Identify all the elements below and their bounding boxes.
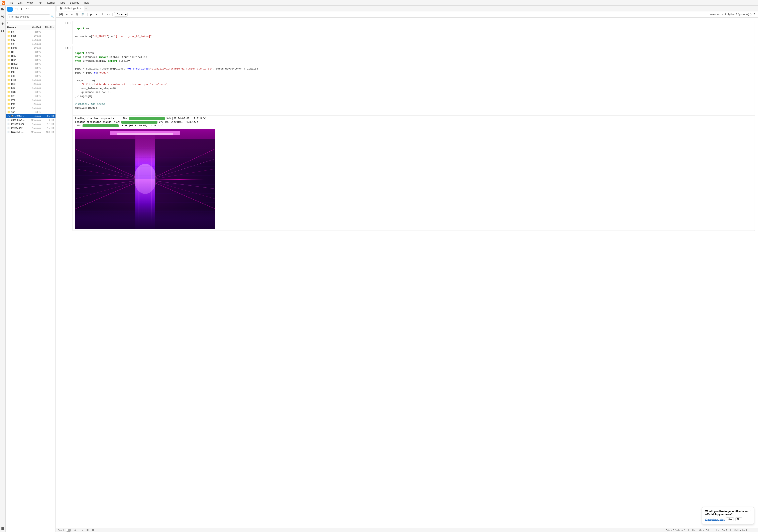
list-item[interactable]: 📄 mycert.pem 15m ago 1.4 KB bbox=[6, 122, 55, 126]
run-button[interactable]: ▶ bbox=[89, 12, 94, 17]
search-input[interactable] bbox=[7, 15, 50, 19]
list-item-selected[interactable]: ✓ ● 📓 Untitled.ipynb 1m ago 9.7 KB bbox=[6, 114, 55, 118]
progress-row-1: Loading pipeline components...: 100% 9/9… bbox=[75, 117, 752, 120]
restart-button[interactable]: ↺ bbox=[100, 12, 104, 17]
tab-add-button[interactable]: + bbox=[84, 6, 89, 11]
kernel-indicator: Python 3 (ipykernel) bbox=[728, 13, 752, 16]
privacy-policy-link[interactable]: Open privacy policy bbox=[705, 518, 725, 520]
cell-input-1[interactable]: import os os.environ["HF_TOKEN"] = "[ins… bbox=[73, 21, 755, 44]
svg-text:⬆: ⬆ bbox=[15, 8, 17, 10]
menu-edit[interactable]: Edit bbox=[17, 1, 23, 5]
cell-input-2[interactable]: import torch from diffusers import Stabl… bbox=[73, 46, 755, 116]
list-item[interactable]: 📁binlast yr. bbox=[6, 30, 55, 34]
kernel-menu-icon[interactable]: ☰ bbox=[753, 13, 756, 16]
list-item[interactable]: 📁usr15m ago bbox=[6, 106, 55, 110]
list-item[interactable]: 📁varlast yr. bbox=[6, 110, 55, 114]
list-item[interactable]: 📄 cuda-keyrin... 12mo ago 4.2 KB bbox=[6, 118, 55, 122]
menu-settings[interactable]: Settings bbox=[69, 1, 80, 5]
menu-help[interactable]: Help bbox=[83, 1, 90, 5]
cut-button[interactable]: ✂ bbox=[70, 12, 74, 17]
cell-gutter-2: [3]: bbox=[59, 46, 71, 231]
copy-button[interactable]: ⎘ bbox=[75, 12, 79, 17]
menu-run[interactable]: Run bbox=[36, 1, 44, 5]
file-panel: + + ⬆ ⬇ 🔍 / Name ▲ bbox=[6, 6, 56, 532]
list-item[interactable]: 📁proc15m ago bbox=[6, 78, 55, 82]
sidebar-list-icon[interactable] bbox=[1, 526, 5, 530]
list-item[interactable]: 📁dev15m ago bbox=[6, 38, 55, 42]
tab-bar: 📓 Untitled.ipynb ✕ + bbox=[56, 6, 758, 12]
folder-icon: 📁 bbox=[7, 111, 11, 114]
list-item[interactable]: 📁mntlast yr. bbox=[6, 70, 55, 74]
new-button[interactable]: + + bbox=[7, 7, 13, 12]
sidebar-folder-icon[interactable] bbox=[1, 7, 5, 11]
cell-number: 1 bbox=[79, 529, 83, 532]
generated-image bbox=[75, 129, 215, 229]
toolbar-separator-2 bbox=[112, 13, 113, 16]
list-item[interactable]: 📁tmp2m ago bbox=[6, 102, 55, 106]
list-item[interactable]: 📁lib64last yr. bbox=[6, 58, 55, 62]
notification-yes-button[interactable]: Yes bbox=[726, 517, 734, 521]
tab-untitled[interactable]: 📓 Untitled.ipynb ✕ bbox=[57, 6, 84, 11]
cell-body-2[interactable]: import torch from diffusers import Stabl… bbox=[73, 46, 755, 231]
list-item[interactable]: 📁etc15m ago bbox=[6, 42, 55, 46]
progress-bar-2 bbox=[121, 121, 157, 123]
download-button[interactable]: ⬇ bbox=[19, 7, 24, 12]
menu-file[interactable]: File bbox=[8, 1, 14, 5]
menu-bar: File Edit View Run Kernel Tabs Settings … bbox=[0, 0, 758, 6]
sidebar-puzzle-icon[interactable] bbox=[1, 29, 5, 33]
list-item[interactable]: 📁optlast yr. bbox=[6, 74, 55, 78]
list-item[interactable]: 📁liblast yr. bbox=[6, 50, 55, 54]
breadcrumb: / bbox=[6, 21, 55, 25]
menu-tabs[interactable]: Tabs bbox=[58, 1, 66, 5]
refresh-button[interactable] bbox=[25, 7, 29, 12]
upload-button[interactable]: ⬆ bbox=[14, 7, 18, 12]
list-item[interactable]: 📁home2y ago bbox=[6, 46, 55, 50]
list-item[interactable]: 📁boot2y ago bbox=[6, 34, 55, 38]
menu-view[interactable]: View bbox=[26, 1, 34, 5]
folder-icon: 📁 bbox=[7, 71, 11, 73]
list-item[interactable]: 📁libx32last yr. bbox=[6, 62, 55, 66]
add-cell-button[interactable]: + bbox=[65, 12, 69, 17]
notebook-content: [1]: import os os.environ["HF_TOKEN"] = … bbox=[56, 17, 758, 528]
sidebar-gear-icon[interactable] bbox=[1, 22, 5, 26]
svg-rect-6 bbox=[1, 31, 2, 32]
notification-no-button[interactable]: No bbox=[735, 517, 742, 521]
cell-type-select[interactable]: Code bbox=[114, 12, 128, 17]
progress-bar-3 bbox=[83, 124, 119, 127]
grid-icon bbox=[92, 529, 94, 532]
svg-rect-42 bbox=[93, 530, 94, 531]
col-name-header[interactable]: Name ▲ bbox=[7, 26, 25, 29]
list-item[interactable]: 📁root2m ago bbox=[6, 82, 55, 86]
folder-icon: 📁 bbox=[7, 30, 11, 33]
tab-close-icon[interactable]: ✕ bbox=[80, 7, 81, 10]
save-button[interactable]: 💾 bbox=[58, 12, 64, 17]
svg-rect-4 bbox=[1, 30, 2, 31]
list-item[interactable]: 📄 NGC-DL-CO... 12mo ago 16.9 KB bbox=[6, 130, 55, 134]
stop-button[interactable]: ■ bbox=[94, 12, 99, 17]
file-icon: 📄 bbox=[7, 127, 11, 129]
menu-kernel[interactable]: Kernel bbox=[46, 1, 56, 5]
notification-close-button[interactable]: ✕ bbox=[750, 509, 752, 512]
list-item[interactable]: 📁lib32last yr. bbox=[6, 54, 55, 58]
list-item[interactable]: 📁run15m ago bbox=[6, 86, 55, 90]
folder-icon: 📁 bbox=[7, 86, 11, 89]
folder-icon: 📁 bbox=[7, 43, 11, 45]
cell-body-1[interactable]: import os os.environ["HF_TOKEN"] = "[ins… bbox=[73, 21, 755, 44]
mode-toggle[interactable] bbox=[66, 529, 71, 532]
list-item[interactable]: 📁medialast yr. bbox=[6, 66, 55, 70]
notebook-info: Notebook ↗ ℹ Python 3 (ipykernel) ☰ bbox=[709, 13, 756, 16]
list-item[interactable]: 📁srvlast yr. bbox=[6, 94, 55, 98]
sidebar-running-icon[interactable] bbox=[1, 15, 5, 18]
list-item[interactable]: 📄 mykey.key 15m ago 1.7 KB bbox=[6, 126, 55, 130]
cell-output-2: Loading pipeline components...: 100% 9/9… bbox=[73, 116, 755, 231]
notebook-toolbar: 💾 + ✂ ⎘ 📋 ▶ ■ ↺ >> Code Notebook ↗ ℹ Pyt… bbox=[56, 12, 758, 17]
file-icon: 📄 bbox=[7, 131, 11, 133]
list-item[interactable]: 📁sbinlast yr. bbox=[6, 90, 55, 94]
paste-button[interactable]: 📋 bbox=[80, 12, 86, 17]
notebook-tab-icon: 📓 bbox=[60, 7, 63, 10]
svg-point-38 bbox=[86, 529, 88, 531]
pipe-sep4: | bbox=[751, 529, 751, 531]
restart-run-button[interactable]: >> bbox=[105, 12, 111, 17]
cell-icon bbox=[79, 529, 81, 531]
list-item[interactable]: 📁sys15m ago bbox=[6, 98, 55, 102]
